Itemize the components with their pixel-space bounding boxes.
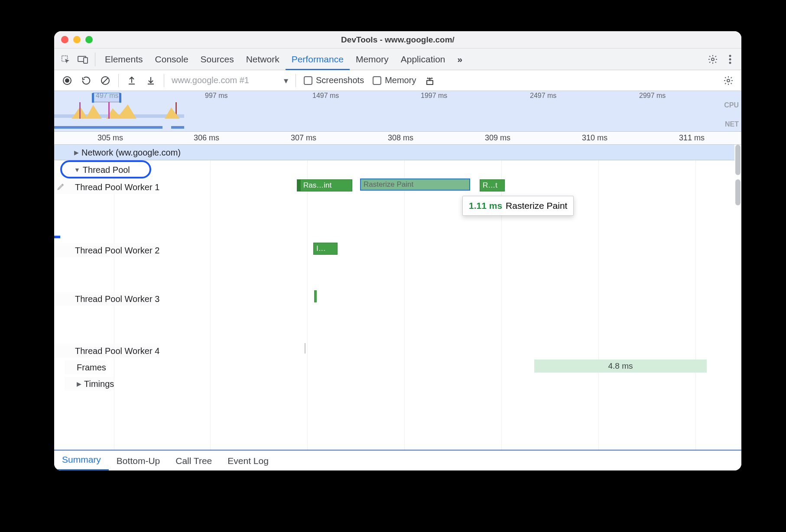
memory-label: Memory	[385, 75, 416, 85]
zoom-window-button[interactable]	[85, 36, 93, 43]
ruler-tick: 307 ms	[291, 133, 316, 143]
timings-label: Timings	[84, 379, 114, 389]
upload-profile-button[interactable]	[124, 73, 140, 88]
record-button[interactable]	[59, 73, 75, 88]
reload-button[interactable]	[78, 73, 94, 88]
scrollbar-thumb[interactable]	[735, 179, 741, 205]
titlebar: DevTools - www.google.com/	[54, 31, 741, 49]
overview-cpu-label: CPU	[724, 101, 739, 109]
flame-bar-sliver[interactable]	[305, 343, 305, 354]
overview-handle-right[interactable]	[119, 93, 121, 103]
inspect-icon[interactable]	[58, 52, 73, 67]
svg-point-4	[729, 55, 731, 57]
svg-rect-11	[427, 81, 433, 84]
worker4-header[interactable]: Thread Pool Worker 4	[54, 344, 159, 358]
flame-bar[interactable]: I…	[313, 243, 338, 255]
worker4-label: Thread Pool Worker 4	[75, 346, 159, 356]
flame-ruler[interactable]: 305 ms 306 ms 307 ms 308 ms 309 ms 310 m…	[54, 132, 741, 145]
collect-garbage-button[interactable]	[422, 73, 438, 88]
network-track-header[interactable]: ▶ Network (ww.google.com)	[64, 146, 181, 159]
chevron-down-icon: ▾	[284, 75, 288, 86]
main-tabs-bar: Elements Console Sources Network Perform…	[54, 49, 741, 70]
tabs-overflow-button[interactable]: »	[451, 49, 468, 70]
frame-bar[interactable]: 4.8 ms	[534, 360, 707, 373]
network-track-label: Network (ww.google.com)	[81, 148, 181, 158]
overview-tick: 1497 ms	[312, 92, 339, 100]
svg-rect-22	[54, 126, 162, 129]
tooltip-name: Rasterize Paint	[506, 201, 567, 211]
device-toolbar-icon[interactable]	[75, 52, 91, 67]
checkbox-icon	[373, 76, 381, 85]
btab-summary[interactable]: Summary	[54, 450, 109, 470]
flame-bar[interactable]: R…t	[480, 179, 505, 191]
details-tabs: Summary Bottom-Up Call Tree Event Log	[54, 450, 741, 470]
network-track-row[interactable]: ▶ Network (ww.google.com)	[54, 145, 734, 160]
chevron-right-icon: ▶	[74, 149, 79, 156]
worker1-label: Thread Pool Worker 1	[75, 182, 159, 192]
kebab-menu-icon[interactable]	[722, 52, 738, 67]
overview-tick: 1997 ms	[421, 92, 447, 100]
screenshots-checkbox[interactable]: Screenshots	[304, 75, 364, 85]
profile-selector[interactable]: www.google.com #1 ▾	[168, 75, 292, 86]
ruler-tick: 311 ms	[679, 133, 705, 143]
overview-handle-left[interactable]	[92, 93, 94, 103]
checkbox-icon	[304, 76, 312, 85]
tooltip-duration: 1.11 ms	[469, 201, 502, 211]
overview-cpu-chart	[54, 102, 184, 119]
tab-memory[interactable]: Memory	[350, 49, 395, 70]
minimize-window-button[interactable]	[73, 36, 81, 43]
flame-bar[interactable]: Ras…int	[300, 179, 352, 191]
gear-icon[interactable]	[705, 52, 721, 67]
scrollbar-thumb[interactable]	[735, 145, 741, 175]
overview-net-chart	[54, 125, 184, 130]
memory-checkbox[interactable]: Memory	[373, 75, 416, 85]
tab-network[interactable]: Network	[240, 49, 286, 70]
flame-bar-sliver[interactable]	[314, 290, 317, 302]
screenshots-label: Screenshots	[316, 75, 364, 85]
tab-elements[interactable]: Elements	[99, 49, 149, 70]
capture-settings-icon[interactable]	[721, 73, 736, 88]
svg-marker-19	[165, 107, 180, 119]
devtools-window: DevTools - www.google.com/ Elements Cons…	[54, 31, 741, 470]
overview-viewport[interactable]	[93, 93, 120, 102]
flame-bar-selected[interactable]: Rasterize Paint	[360, 178, 470, 191]
window-title: DevTools - www.google.com/	[54, 35, 741, 45]
svg-line-10	[103, 78, 108, 83]
worker3-header[interactable]: Thread Pool Worker 3	[54, 292, 159, 306]
svg-point-5	[729, 58, 731, 60]
annotation-highlight	[60, 160, 151, 178]
profile-selector-label: www.google.com #1	[172, 75, 249, 85]
svg-rect-2	[84, 58, 88, 63]
timings-header[interactable]: ▶ Timings	[65, 377, 114, 391]
tab-application[interactable]: Application	[395, 49, 451, 70]
overview-timeline[interactable]: 497 ms 997 ms 1497 ms 1997 ms 2497 ms 29…	[54, 91, 741, 132]
frames-header[interactable]: Frames	[65, 360, 106, 374]
worker2-label: Thread Pool Worker 2	[75, 246, 159, 256]
tab-sources[interactable]: Sources	[195, 49, 240, 70]
btab-bottom-up[interactable]: Bottom-Up	[109, 451, 168, 470]
overview-tick: 2497 ms	[530, 92, 556, 100]
flame-bar-sliver[interactable]	[297, 179, 300, 191]
ruler-tick: 306 ms	[194, 133, 219, 143]
svg-point-8	[65, 78, 69, 83]
ruler-tick: 305 ms	[97, 133, 123, 143]
btab-event-log[interactable]: Event Log	[220, 451, 276, 470]
chevron-right-icon: ▶	[77, 380, 81, 387]
tab-console[interactable]: Console	[149, 49, 195, 70]
flame-chart[interactable]: ▶ Network (ww.google.com) ▼ Thread Pool …	[54, 145, 741, 450]
svg-point-3	[711, 58, 714, 61]
worker1-header[interactable]: Thread Pool Worker 1	[54, 180, 159, 194]
btab-call-tree[interactable]: Call Tree	[168, 451, 220, 470]
traffic-lights	[61, 36, 93, 43]
close-window-button[interactable]	[61, 36, 68, 43]
clear-button[interactable]	[97, 73, 113, 88]
frame-duration: 4.8 ms	[608, 361, 633, 371]
svg-marker-15	[106, 104, 136, 119]
track-marker	[54, 236, 60, 238]
svg-point-12	[727, 79, 730, 82]
performance-toolbar: www.google.com #1 ▾ Screenshots Memory	[54, 70, 741, 91]
tab-performance[interactable]: Performance	[286, 49, 350, 70]
flame-tooltip: 1.11 msRasterize Paint	[462, 196, 574, 216]
download-profile-button[interactable]	[143, 73, 159, 88]
worker2-header[interactable]: Thread Pool Worker 2	[54, 243, 159, 257]
